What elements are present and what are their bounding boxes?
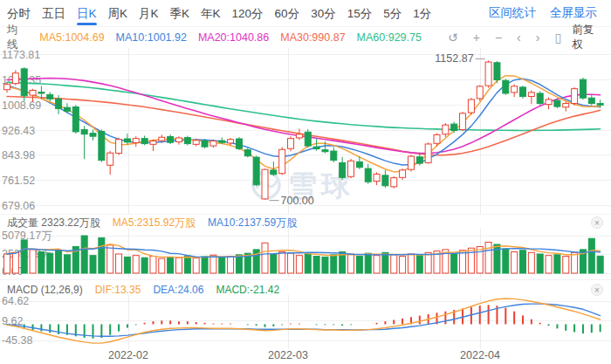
candle-body	[56, 99, 62, 108]
volume-bar	[460, 251, 466, 273]
candle-body	[150, 141, 156, 144]
tab-quarterly-k[interactable]: 季K	[170, 0, 190, 27]
volume-bar	[279, 251, 285, 273]
volume-bar	[554, 255, 560, 273]
volume-bar	[64, 255, 70, 273]
volume-bar	[184, 256, 190, 273]
volume-bar	[511, 251, 518, 273]
macd-value-label: MACD:-21.42	[216, 284, 279, 296]
candle-body	[322, 150, 328, 152]
candle-body	[210, 141, 216, 146]
volume-bar	[236, 255, 242, 273]
candle-body	[356, 161, 362, 167]
tab-five-day[interactable]: 五日	[42, 0, 65, 27]
volume-bar	[21, 240, 27, 273]
macd-chart[interactable]: 64.629.62-45.38	[0, 295, 611, 349]
candle-body	[416, 157, 422, 163]
volume-bar	[588, 238, 594, 273]
volume-chart[interactable]: 5079.17万2539.59万0.00	[0, 229, 611, 278]
pan-left-icon[interactable]: ‹	[517, 31, 521, 44]
candle-body	[580, 79, 586, 98]
candle-body	[21, 69, 27, 96]
candle-body	[116, 140, 122, 154]
candle-body	[64, 107, 70, 111]
price-axis-label: 1173.81	[2, 49, 40, 61]
tab-60min[interactable]: 60分	[275, 0, 300, 27]
candle-body	[168, 137, 174, 143]
candle-body	[434, 134, 440, 143]
tab-5min[interactable]: 5分	[383, 0, 402, 27]
stock-chart-app: { "tabs": { "items": [ {"label":"分时","ke…	[0, 0, 611, 364]
tab-weekly-k[interactable]: 周K	[108, 0, 128, 27]
candle-body	[176, 138, 182, 142]
volume-bar	[141, 258, 148, 273]
candle-body	[193, 141, 199, 145]
tab-monthly-k[interactable]: 月K	[139, 0, 159, 27]
volume-close-button[interactable]: ×	[591, 216, 603, 229]
candle-body	[279, 149, 285, 173]
ma30-line	[7, 97, 601, 155]
zoom-out-icon[interactable]: −	[495, 31, 502, 44]
tab-1min[interactable]: 1分	[413, 0, 431, 27]
fullscreen-button[interactable]: 全屏显示	[550, 5, 597, 21]
volume-bar	[348, 254, 354, 273]
candle-body	[141, 139, 148, 144]
zoom-in-icon[interactable]: +	[473, 31, 480, 44]
interval-stats-button[interactable]: 区间统计	[489, 5, 536, 21]
candle-body	[554, 100, 560, 106]
candle-body	[485, 62, 491, 86]
volume-bar	[133, 256, 139, 273]
mobile-view-icon[interactable]: ▯	[554, 31, 561, 44]
volume-bar	[30, 250, 36, 273]
candle-body	[340, 162, 346, 177]
volume-bar	[546, 256, 552, 273]
candle-body	[107, 153, 113, 165]
candle-body	[408, 156, 414, 169]
volume-bar	[47, 253, 53, 273]
candle-body	[133, 139, 139, 143]
tab-daily-k[interactable]: 日K	[77, 0, 97, 27]
candle-body	[296, 134, 302, 138]
candle-body	[72, 106, 79, 131]
volume-bar	[159, 258, 165, 273]
candle-body	[382, 175, 388, 186]
macd-dif-label: DIF:13.35	[95, 284, 141, 296]
candle-body	[348, 161, 354, 176]
candle-body	[81, 129, 87, 134]
candle-body	[184, 138, 190, 144]
candle-body	[468, 100, 474, 113]
candle-body	[400, 170, 406, 177]
candlestick-chart[interactable]: 1173.811091.351008.69926.43843.98761.526…	[0, 48, 611, 215]
volume-bar	[322, 257, 328, 273]
volume-bar	[477, 247, 483, 273]
candle-body	[253, 157, 259, 185]
volume-bar	[193, 258, 199, 273]
candle-body	[443, 125, 449, 134]
tab-120min[interactable]: 120分	[232, 0, 264, 27]
candle-body	[391, 178, 397, 187]
pan-right-icon[interactable]: ›	[536, 31, 540, 44]
macd-close-button[interactable]: ×	[591, 284, 603, 296]
volume-ma5-label: MA5:2315.92万股	[113, 216, 196, 230]
tab-15min[interactable]: 15分	[347, 0, 373, 27]
volume-bar	[520, 251, 526, 273]
ma10-legend-label: MA10:1001.92	[116, 31, 187, 44]
price-axis-label: 679.06	[2, 200, 35, 212]
volume-bar	[416, 256, 422, 273]
tab-yearly-k[interactable]: 年K	[201, 0, 221, 27]
tab-30min[interactable]: 30分	[311, 0, 336, 27]
candle-body	[451, 124, 457, 130]
candle-body	[546, 100, 552, 105]
volume-bar	[563, 257, 569, 273]
volume-ma10-label: MA10:2137.59万股	[208, 216, 297, 230]
ma30-legend-label: MA30:990.87	[280, 31, 345, 44]
reset-zoom-icon[interactable]: ↺	[448, 31, 458, 44]
candle-body	[244, 150, 251, 156]
x-axis-label: 2022-03	[249, 349, 327, 361]
volume-bar	[150, 257, 156, 273]
volume-bar	[537, 254, 543, 273]
candle-body	[503, 80, 509, 93]
price-axis-label: 926.43	[2, 125, 35, 137]
volume-bar	[485, 242, 491, 273]
volume-bar	[262, 243, 268, 273]
